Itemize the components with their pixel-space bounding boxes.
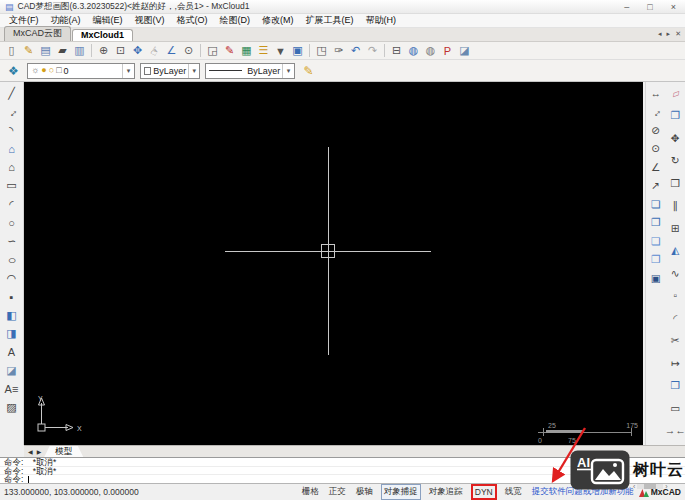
toggle-otrack[interactable]: 对象追踪	[427, 485, 465, 499]
line-icon[interactable]: ╱	[3, 85, 21, 101]
color-combo[interactable]: ByLayer ▾	[140, 63, 200, 79]
spline-icon[interactable]: ∽	[3, 233, 21, 249]
trim-icon[interactable]: ✂	[667, 333, 684, 348]
ellipse-icon[interactable]: ○	[0, 252, 24, 268]
menu-item[interactable]: 帮助(H)	[360, 14, 403, 27]
ellipse-arc-icon[interactable]: ◠	[3, 270, 21, 286]
undo-icon[interactable]: ↶	[347, 43, 364, 59]
menu-item[interactable]: 绘图(D)	[214, 14, 257, 27]
web-open-icon[interactable]: ◍	[405, 43, 422, 59]
draworder-below-icon[interactable]: ❐	[647, 252, 664, 267]
export-link-icon[interactable]: ◳	[313, 43, 330, 59]
table-icon[interactable]: ▦	[238, 43, 255, 59]
toggle-osnap[interactable]: 对象捕捉	[381, 484, 421, 500]
extend-icon[interactable]: ↦	[667, 355, 684, 370]
chevron-down-icon[interactable]: ▾	[188, 64, 199, 78]
toggle-grid[interactable]: 栅格	[300, 485, 321, 499]
boundary-icon[interactable]: ▭	[667, 400, 684, 415]
model-tab[interactable]: 模型	[44, 446, 83, 457]
save-icon[interactable]: ▤	[37, 43, 54, 59]
chevron-down-icon[interactable]: ▾	[282, 64, 294, 78]
toggle-dyn[interactable]: DYN	[471, 484, 497, 500]
tab-prev-icon[interactable]: ◂	[658, 30, 662, 38]
open-edit-icon[interactable]: ✎	[20, 43, 37, 59]
revcloud-icon[interactable]: ∿	[667, 265, 684, 280]
hatch-icon[interactable]: ▨	[3, 400, 21, 416]
block-icon[interactable]: ◧	[3, 307, 21, 323]
join-icon[interactable]: →←	[667, 423, 684, 438]
point-icon[interactable]: ▪	[3, 289, 21, 305]
minimize-button[interactable]: –	[624, 2, 629, 12]
insert-block-icon[interactable]: ◨	[3, 326, 21, 342]
move-icon[interactable]: ✥	[667, 130, 684, 145]
copy-icon[interactable]: ❐	[667, 108, 684, 123]
attribute-edit-icon[interactable]: ✑	[330, 43, 347, 59]
layout-prev-icon[interactable]: ◀	[27, 448, 34, 455]
menu-item[interactable]: 视图(V)	[129, 14, 171, 27]
open-folder-icon[interactable]: ▰	[54, 43, 71, 59]
dim-diameter-icon[interactable]: ⊘	[647, 122, 664, 137]
circle-icon[interactable]: ○	[3, 215, 21, 231]
toggle-ortho[interactable]: 正交	[327, 485, 348, 499]
erase-icon[interactable]: ▱	[665, 83, 685, 103]
menu-item[interactable]: 修改(M)	[256, 14, 300, 27]
dim-angular-icon[interactable]: ∠	[647, 159, 664, 174]
explode-icon[interactable]: ❒	[667, 378, 684, 393]
text-icon[interactable]: A	[3, 344, 21, 360]
rectangle-icon[interactable]: ▭	[3, 178, 21, 194]
pedit-icon[interactable]: ▫	[667, 288, 684, 303]
tab-mxcad-cloud[interactable]: MxCAD云图	[4, 26, 71, 41]
menu-item[interactable]: 格式(O)	[171, 14, 214, 27]
find-icon[interactable]: ◲	[204, 43, 221, 59]
web-save-icon[interactable]: ◍	[422, 43, 439, 59]
dim-linear-icon[interactable]: ↔	[647, 85, 664, 100]
dim-radius-icon[interactable]: ⊙	[647, 141, 664, 156]
image-icon[interactable]: ◪	[3, 363, 21, 379]
zoom-extents-icon[interactable]: ✥	[129, 43, 146, 59]
zoom-in-icon[interactable]: ⊕	[95, 43, 112, 59]
polyline-icon[interactable]: ↔	[0, 99, 24, 123]
pencil-tool-icon[interactable]: ✎	[300, 63, 317, 79]
draw-pencil-icon[interactable]: ✎	[221, 43, 238, 59]
dim-aligned-icon[interactable]: ↔	[644, 100, 667, 123]
pdf-export-icon[interactable]: P	[439, 43, 456, 59]
offset-icon[interactable]: ∥	[667, 198, 684, 213]
redo-icon[interactable]: ↷	[364, 43, 381, 59]
text-style-icon[interactable]: ☰	[255, 43, 272, 59]
maximize-button[interactable]: □	[647, 2, 652, 12]
polygon2-icon[interactable]: ⌂	[3, 159, 21, 175]
draworder-top-icon[interactable]: ▣	[647, 270, 664, 285]
tab-mxcloud1[interactable]: MxCloud1	[72, 29, 133, 41]
menu-item[interactable]: 扩展工具(E)	[300, 14, 360, 27]
arc-3pt-icon[interactable]: ◜	[3, 196, 21, 212]
layer-manager-icon[interactable]: ❖	[5, 63, 22, 79]
zoom-realtime-icon[interactable]: ⊙	[180, 43, 197, 59]
linetype-combo[interactable]: ByLayer ▾	[205, 63, 295, 79]
layer-combo[interactable]: ☼●○□ 0 ▾	[27, 63, 135, 79]
dim-leader-icon[interactable]: ↗	[647, 178, 664, 193]
purge-icon[interactable]: ▼	[272, 43, 289, 59]
polygon-icon[interactable]: ⌂	[3, 141, 21, 157]
options-icon[interactable]: ▣	[289, 43, 306, 59]
mtext-icon[interactable]: A≡	[3, 381, 21, 397]
arc-icon[interactable]: ◝	[3, 122, 21, 138]
image-export-icon[interactable]: ◪	[456, 43, 473, 59]
draworder-above-icon[interactable]: ❏	[647, 233, 664, 248]
scale-icon[interactable]: ❒	[667, 175, 684, 190]
rotate-icon[interactable]: ↻	[667, 153, 684, 168]
toggle-polar[interactable]: 极轴	[354, 485, 375, 499]
print-icon[interactable]: ⊟	[388, 43, 405, 59]
toggle-lineweight[interactable]: 线宽	[503, 485, 524, 499]
close-button[interactable]: ×	[671, 2, 676, 12]
fillet-icon[interactable]: ◜	[667, 310, 684, 325]
tab-next-icon[interactable]: ▸	[667, 30, 671, 38]
zoom-window-icon[interactable]: ⊡	[112, 43, 129, 59]
new-file-icon[interactable]: ▯	[3, 43, 20, 59]
zoom-scale-icon[interactable]: ∠	[163, 43, 180, 59]
draworder-front-icon[interactable]: ❏	[647, 196, 664, 211]
layout-next-icon[interactable]: ▶	[36, 448, 43, 455]
save-as-icon[interactable]: ▥	[71, 43, 88, 59]
tab-close-icon[interactable]: ✕	[675, 30, 681, 38]
drawing-canvas[interactable]: Y X 25 175 0 75	[24, 82, 643, 445]
mirror-icon[interactable]: ◭	[667, 243, 684, 258]
